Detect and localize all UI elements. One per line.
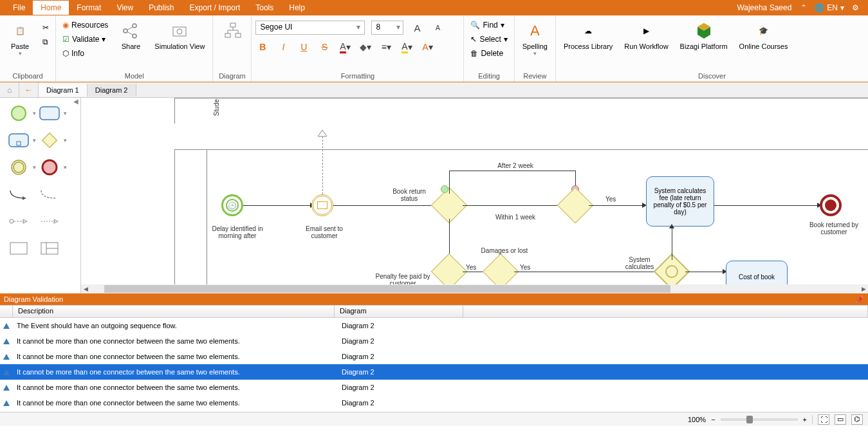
simulation-button[interactable]: Simulation View <box>151 18 208 53</box>
scissors-icon: ✂ <box>42 23 49 32</box>
tab-diagram1[interactable]: Diagram 1 <box>39 84 88 97</box>
damlost-label: Damages or lost <box>479 247 530 254</box>
share-button[interactable]: Share <box>115 18 147 53</box>
validation-row[interactable]: It cannot be more than one connector bet… <box>0 349 868 364</box>
tabbar-back-icon[interactable]: ← <box>19 82 39 98</box>
start-timer-event[interactable]: 🕒 <box>221 194 243 216</box>
spelling-label: Spelling <box>522 42 548 50</box>
copy-button[interactable]: ⧉ <box>40 36 51 48</box>
collapse-ribbon-icon[interactable]: ⌃ <box>797 3 811 12</box>
email-event[interactable] <box>311 194 333 216</box>
validation-row[interactable]: It cannot be more than one connector bet… <box>0 395 868 411</box>
view-tree-icon[interactable]: ⌬ <box>851 414 863 425</box>
increase-font-icon[interactable]: A <box>410 21 424 35</box>
canvas-hscroll[interactable]: ◀ ▶ <box>81 284 868 293</box>
pin-icon[interactable]: 📌 <box>855 295 864 304</box>
validation-desc: It cannot be more than one connector bet… <box>13 384 338 391</box>
menu-export[interactable]: Export / Import <box>182 1 248 15</box>
bold-button[interactable]: B <box>255 40 270 54</box>
decrease-font-icon[interactable]: A <box>430 21 445 35</box>
diagram-button[interactable] <box>217 18 249 44</box>
col-diagram[interactable]: Diagram <box>335 306 463 317</box>
zoom-slider[interactable] <box>721 418 798 421</box>
align-button[interactable]: ≡▾ <box>379 40 393 54</box>
end-event[interactable] <box>820 194 842 216</box>
validate-button[interactable]: ☑Validate ▾ <box>60 33 111 45</box>
validation-row[interactable]: It cannot be more than one connector bet… <box>0 380 868 395</box>
flow1 <box>243 205 311 206</box>
diagram-icon <box>223 21 243 41</box>
menu-help[interactable]: Help <box>281 1 313 15</box>
language-selector[interactable]: 🌐 EN ▾ <box>811 3 848 12</box>
task-tool[interactable]: ▾ <box>39 104 60 122</box>
settings-icon[interactable]: ⚙ <box>848 3 863 12</box>
run-workflow-button[interactable]: ▶Run Workflow <box>620 18 672 53</box>
highlight-button[interactable]: A▾ <box>400 40 414 54</box>
text-effect-button[interactable]: A▾ <box>420 40 434 54</box>
scroll-left-icon[interactable]: ◀ <box>81 284 90 293</box>
svg-marker-24 <box>23 196 26 200</box>
fill-color-button[interactable]: ◆▾ <box>358 40 373 54</box>
lane-label: Stude <box>213 99 220 116</box>
validation-row[interactable]: The Event should have an outgoing sequen… <box>0 318 868 333</box>
scroll-thumb[interactable] <box>104 285 670 293</box>
menu-file[interactable]: File <box>5 1 33 15</box>
share-label: Share <box>122 42 140 50</box>
strike-button[interactable]: S <box>317 40 331 54</box>
underline-button[interactable]: U <box>297 40 311 54</box>
menu-home[interactable]: Home <box>33 1 69 15</box>
subprocess-tool[interactable]: ▾ <box>8 131 30 149</box>
zoom-in-button[interactable]: + <box>803 416 807 423</box>
select-button[interactable]: ↖Select ▾ <box>468 33 510 45</box>
flow3a <box>449 171 450 194</box>
validation-row[interactable]: It cannot be more than one connector bet… <box>0 333 868 349</box>
tab-diagram2[interactable]: Diagram 2 <box>88 84 136 97</box>
online-courses-button[interactable]: 🎓Online Courses <box>735 18 792 53</box>
start-event-tool[interactable]: ▾ <box>8 104 30 122</box>
diagram-canvas[interactable]: Stude 🕒 Delay identified in morning afte… <box>81 98 868 293</box>
info-button[interactable]: ⬡Info <box>60 48 111 59</box>
task-calc-fee[interactable]: System calculates fee (late return penal… <box>646 176 714 227</box>
delete-button[interactable]: 🗑Delete <box>468 48 510 59</box>
view-fit-icon[interactable]: ⛶ <box>818 414 829 425</box>
shape-palette: ◀ ▾ ▾ ▾ ▾ ▾ ▾ <box>0 98 81 293</box>
user-name[interactable]: Wajeeha Saeed <box>732 3 797 12</box>
view-page-icon[interactable]: ▭ <box>835 414 846 425</box>
paste-button[interactable]: 📋 Paste ▾ <box>4 18 36 59</box>
col-description[interactable]: Description <box>13 306 335 317</box>
menu-view[interactable]: View <box>109 1 141 15</box>
cursor-icon: ↖ <box>470 35 477 44</box>
dotted-flow-tool[interactable] <box>39 212 60 230</box>
cut-button[interactable]: ✂ <box>40 22 51 33</box>
association-tool[interactable] <box>39 185 60 203</box>
sequence-flow-tool[interactable] <box>8 185 30 203</box>
group-review: A Spelling ▾ Review <box>515 15 556 82</box>
gateway-tool[interactable]: ▾ <box>39 131 60 149</box>
font-family-select[interactable]: Segoe UI <box>255 21 365 35</box>
validation-row[interactable]: It cannot be more than one connector bet… <box>0 364 868 380</box>
font-size-select[interactable]: 8 <box>371 21 403 35</box>
palette-collapse-icon[interactable]: ◀ <box>71 98 80 107</box>
copy-icon: ⧉ <box>42 37 48 46</box>
find-button[interactable]: 🔍Find ▾ <box>468 19 510 31</box>
menu-tools[interactable]: Tools <box>248 1 281 15</box>
resources-button[interactable]: ◉Resources <box>60 19 111 31</box>
italic-button[interactable]: I <box>276 40 290 54</box>
scroll-right-icon[interactable]: ▶ <box>859 284 868 293</box>
process-library-button[interactable]: ☁Process Library <box>560 18 616 53</box>
intermediate-event-tool[interactable]: ▾ <box>8 158 30 176</box>
clipboard-icon: 📋 <box>10 21 30 41</box>
menu-publish[interactable]: Publish <box>141 1 181 15</box>
pool-tool[interactable] <box>8 239 30 257</box>
font-color-button[interactable]: A▾ <box>338 40 352 54</box>
yes1-label: Yes <box>605 196 616 203</box>
yes3-label: Yes <box>520 264 530 271</box>
bizagi-platform-button[interactable]: Bizagi Platform <box>676 18 732 53</box>
zoom-out-button[interactable]: − <box>711 416 715 423</box>
tabbar-home-icon[interactable]: ⌂ <box>0 82 19 98</box>
message-flow-tool[interactable] <box>8 212 30 230</box>
menu-format[interactable]: Format <box>69 1 109 15</box>
spelling-button[interactable]: A Spelling ▾ <box>519 18 551 59</box>
lane-tool[interactable] <box>39 239 60 257</box>
end-event-tool[interactable]: ▾ <box>39 158 60 176</box>
